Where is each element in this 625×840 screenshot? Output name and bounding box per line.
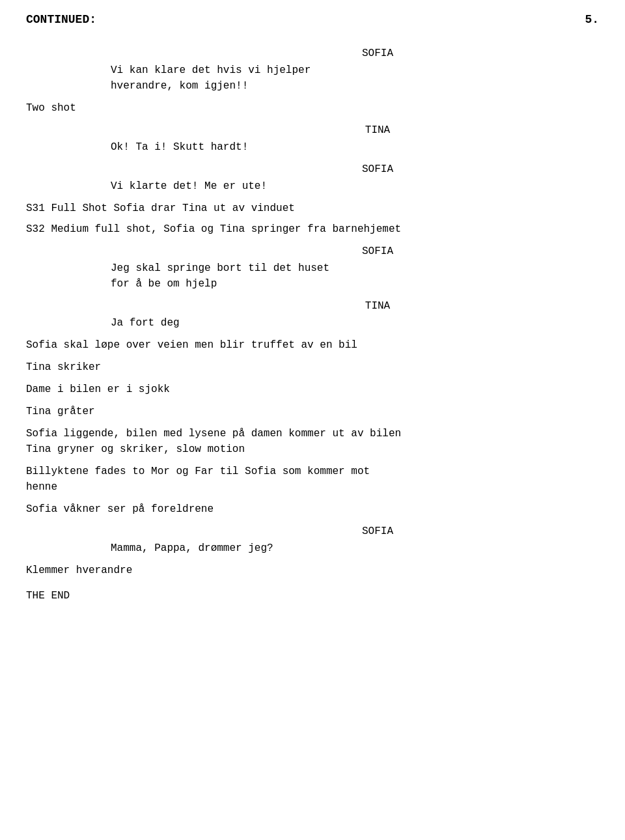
action-s31: S31 Full Shot Sofia drar Tina ut av vind… (26, 201, 599, 216)
dialogue-sofia-1: Vi kan klare det hvis vi hjelper hverand… (111, 63, 514, 94)
screenplay-content: SOFIA Vi kan klare det hvis vi hjelper h… (26, 46, 599, 604)
action-sofia-run: Sofia skal løpe over veien men blir truf… (26, 337, 599, 353)
the-end: THE END (26, 588, 599, 604)
page-header: CONTINUED: 5. (26, 13, 599, 26)
action-s32: S32 Medium full shot, Sofia og Tina spri… (26, 221, 599, 237)
dialogue-sofia-3: Jeg skal springe bort til det huset for … (111, 260, 514, 292)
stage-direction-two-shot: Two shot (26, 100, 599, 116)
dialogue-tina-1: Ok! Ta i! Skutt hardt! (111, 139, 514, 155)
dialogue-sofia-4: Mamma, Pappa, drømmer jeg? (111, 540, 514, 556)
action-tina-skriker: Tina skriker (26, 359, 599, 375)
character-sofia-3: SOFIA (156, 244, 599, 259)
action-sofia-vakner: Sofia våkner ser på foreldrene (26, 501, 599, 517)
action-dame-sjokk: Dame i bilen er i sjokk (26, 382, 599, 397)
character-tina-2: TINA (156, 298, 599, 314)
page-number: 5. (585, 13, 599, 26)
dialogue-tina-2: Ja fort deg (111, 315, 514, 331)
dialogue-sofia-2: Vi klarte det! Me er ute! (111, 178, 514, 194)
character-sofia-1: SOFIA (156, 46, 599, 61)
action-klemmer: Klemmer hverandre (26, 563, 599, 578)
action-tina-grater: Tina gråter (26, 404, 599, 419)
action-billyktene: Billyktene fades to Mor og Far til Sofia… (26, 464, 599, 495)
continued-label: CONTINUED: (26, 13, 96, 26)
character-sofia-2: SOFIA (156, 161, 599, 177)
character-tina-1: TINA (156, 122, 599, 138)
character-sofia-4: SOFIA (156, 524, 599, 539)
action-sofia-liggende: Sofia liggende, bilen med lysene på dame… (26, 426, 599, 457)
